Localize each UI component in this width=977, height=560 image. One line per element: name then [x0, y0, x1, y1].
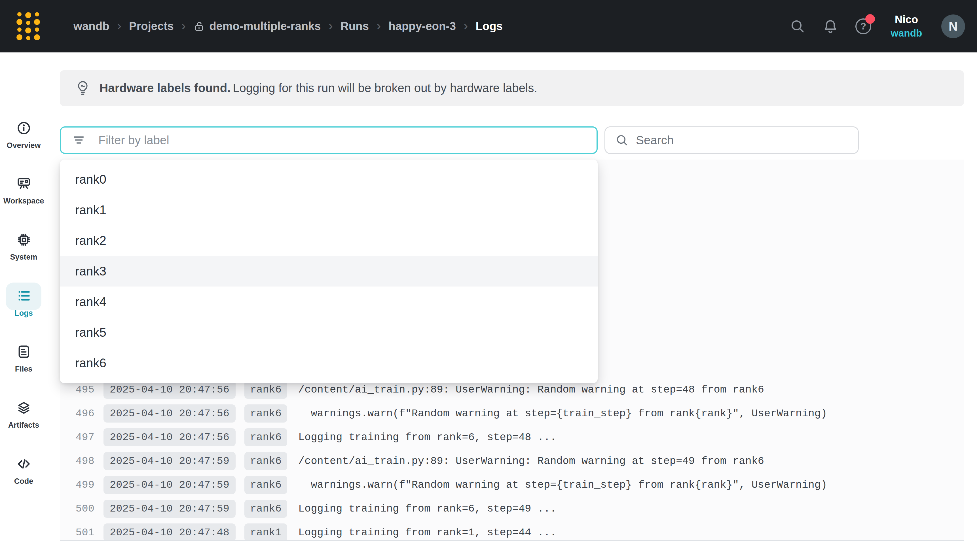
log-line-number: 501: [60, 521, 94, 541]
sidebar-item-label: Logs: [15, 309, 33, 318]
rank-label-badge: rank6: [244, 452, 287, 470]
log-row: 499 2025-04-10 20:47:59 rank6 warnings.w…: [60, 473, 964, 497]
sidebar-item-overview[interactable]: Overview: [0, 121, 47, 150]
filter-by-label-input[interactable]: [60, 127, 598, 154]
dropdown-option-rank2[interactable]: rank2: [60, 225, 598, 256]
dropdown-option-rank6[interactable]: rank6: [60, 348, 598, 378]
timestamp-badge: 2025-04-10 20:47:56: [103, 381, 236, 399]
timestamp-badge: 2025-04-10 20:47:59: [103, 500, 236, 518]
log-message: Logging training from rank=6, step=48 ..…: [298, 425, 556, 449]
user-team: wandb: [891, 27, 922, 39]
breadcrumb-separator: ›: [117, 18, 121, 33]
dropdown-option-rank3[interactable]: rank3: [60, 256, 598, 287]
chip-icon: [17, 232, 31, 247]
search-icon: [790, 18, 805, 34]
rank-label-badge: rank6: [244, 404, 287, 423]
log-row: 498 2025-04-10 20:47:59 rank6 /content/a…: [60, 449, 964, 473]
dropdown-option-rank1[interactable]: rank1: [60, 195, 598, 225]
user-name: Nico: [895, 13, 918, 26]
rank-label-badge: rank1: [244, 523, 287, 541]
rank-label-badge: rank6: [244, 476, 287, 494]
log-row: 500 2025-04-10 20:47:59 rank6 Logging tr…: [60, 497, 964, 521]
log-message: warnings.warn(f"Random warning at step={…: [298, 473, 827, 497]
sidebar-item-logs[interactable]: Logs: [0, 288, 47, 318]
sidebar-item-label: Code: [14, 477, 33, 486]
log-message: warnings.warn(f"Random warning at step={…: [298, 402, 827, 425]
notifications-button[interactable]: [822, 18, 839, 35]
rank-label-badge: rank6: [244, 381, 287, 399]
rank-label-badge: rank6: [244, 428, 287, 447]
timestamp-badge: 2025-04-10 20:47:59: [103, 452, 236, 470]
breadcrumb-separator: ›: [328, 18, 333, 33]
breadcrumb-run-name[interactable]: happy-eon-3: [388, 20, 456, 33]
unlock-icon: [193, 20, 205, 33]
list-icon: [17, 288, 31, 303]
navbar-right-cluster: ? Nico wandb N: [789, 0, 965, 52]
log-line-number: 499: [60, 473, 94, 497]
notification-dot: [865, 14, 875, 24]
sidebar-item-label: Overview: [7, 141, 40, 150]
breadcrumb-separator: ›: [463, 18, 468, 33]
breadcrumb-separator: ›: [182, 18, 186, 33]
top-navbar: wandb › Projects › demo-multiple-ranks ›…: [0, 0, 977, 52]
file-icon: [17, 344, 31, 359]
hardware-labels-banner: Hardware labels found.Logging for this r…: [60, 70, 964, 106]
label-filter-dropdown: rank0 rank1 rank2 rank3 rank4 rank5 rank…: [60, 160, 598, 383]
breadcrumb: wandb › Projects › demo-multiple-ranks ›…: [73, 19, 503, 34]
breadcrumb-projects[interactable]: Projects: [129, 20, 174, 33]
log-message: Logging training from rank=6, step=49 ..…: [298, 497, 556, 521]
sidebar-item-label: Workspace: [3, 197, 44, 205]
log-line-number: 496: [60, 402, 94, 425]
log-message: Logging training from rank=1, step=44 ..…: [298, 521, 556, 541]
bell-icon: [822, 18, 839, 34]
lightbulb-icon: [76, 80, 90, 97]
sidebar-item-files[interactable]: Files: [0, 344, 47, 373]
log-search-input[interactable]: [604, 127, 859, 154]
breadcrumb-logs-current[interactable]: Logs: [475, 20, 503, 33]
timestamp-badge: 2025-04-10 20:47:56: [103, 428, 236, 447]
run-sidebar: Overview Workspace System: [0, 52, 47, 560]
workspace-icon: [17, 176, 31, 191]
user-menu[interactable]: Nico wandb: [888, 13, 925, 39]
wandb-logo-icon[interactable]: [17, 12, 40, 40]
breadcrumb-runs[interactable]: Runs: [340, 20, 369, 33]
log-row: 501 2025-04-10 20:47:48 rank1 Logging tr…: [60, 521, 964, 541]
timestamp-badge: 2025-04-10 20:47:48: [103, 523, 236, 541]
log-row: 496 2025-04-10 20:47:56 rank6 warnings.w…: [60, 402, 964, 425]
sidebar-item-code[interactable]: Code: [0, 457, 47, 486]
sidebar-item-label: Files: [15, 365, 33, 373]
sidebar-item-label: System: [10, 253, 37, 262]
sidebar-item-workspace[interactable]: Workspace: [0, 176, 47, 205]
dropdown-option-rank5[interactable]: rank5: [60, 317, 598, 348]
rank-label-badge: rank6: [244, 500, 287, 518]
log-line-number: 498: [60, 449, 94, 473]
log-message: /content/ai_train.py:89: UserWarning: Ra…: [298, 449, 764, 473]
banner-text: Hardware labels found.Logging for this r…: [100, 81, 537, 95]
breadcrumb-entity[interactable]: wandb: [73, 20, 110, 33]
layers-icon: [17, 400, 31, 415]
dropdown-option-rank4[interactable]: rank4: [60, 287, 598, 317]
breadcrumb-project[interactable]: demo-multiple-ranks: [193, 20, 321, 33]
sidebar-item-label: Artifacts: [8, 421, 39, 430]
code-icon: [17, 457, 31, 471]
dropdown-option-rank0[interactable]: rank0: [60, 164, 598, 195]
sidebar-item-artifacts[interactable]: Artifacts: [0, 400, 47, 430]
log-line-number: 500: [60, 497, 94, 521]
timestamp-badge: 2025-04-10 20:47:56: [103, 404, 236, 423]
sidebar-item-system[interactable]: System: [0, 232, 47, 262]
timestamp-badge: 2025-04-10 20:47:59: [103, 476, 236, 494]
log-row: 497 2025-04-10 20:47:56 rank6 Logging tr…: [60, 425, 964, 449]
search-button[interactable]: [789, 18, 806, 35]
help-button[interactable]: ?: [855, 18, 872, 35]
log-line-number: 497: [60, 425, 94, 449]
avatar[interactable]: N: [941, 15, 965, 38]
info-icon: [17, 121, 31, 135]
breadcrumb-separator: ›: [377, 18, 381, 33]
